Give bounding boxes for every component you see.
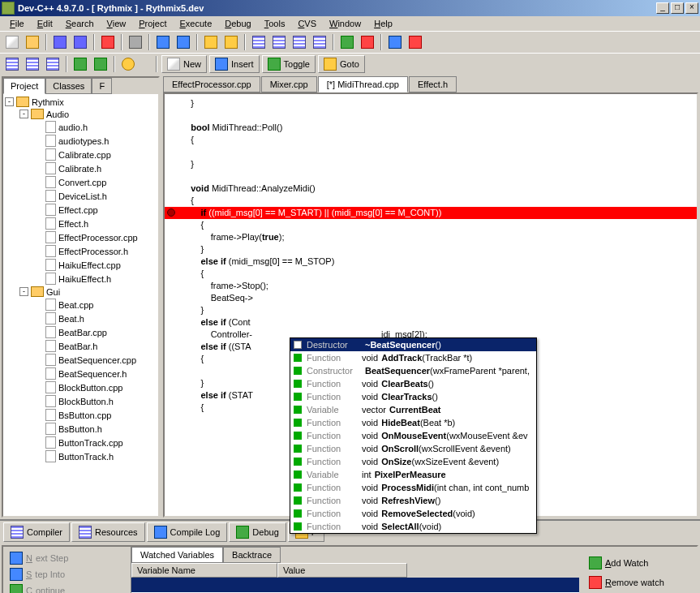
open-button[interactable] [24,33,41,51]
minimize-button[interactable]: _ [656,2,669,14]
code-line[interactable]: else if (Cont [165,316,697,329]
maximize-button[interactable]: □ [671,2,684,14]
editor-tab[interactable]: [*] MidiThread.cpp [318,76,408,92]
code-line[interactable]: { [165,268,697,280]
tree-folder[interactable]: -Gui [5,286,157,298]
tree-file[interactable]: HaikuEffect.h [5,272,157,286]
redo-button[interactable] [174,33,192,51]
replace-button[interactable] [222,33,240,51]
menu-search[interactable]: Search [59,17,101,30]
debug-continue[interactable]: Continue [6,582,127,593]
tree-file[interactable]: Effect.h [5,217,157,230]
autocomplete-item[interactable]: Functionvoid OnMouseEvent (wxMouseEvent … [290,429,536,442]
saveall-button[interactable] [71,33,89,51]
tree-file[interactable]: DeviceList.h [5,189,157,203]
compile-button[interactable] [250,33,268,51]
autocomplete-item[interactable]: Variablevector CurrentBeat [290,403,536,416]
bottom-tab-resources[interactable]: Resources [71,522,145,542]
tree-file[interactable]: BeatBar.cpp [5,325,157,339]
tree-file[interactable]: Effect.cpp [5,203,157,217]
menu-debug[interactable]: Debug [218,17,257,30]
menu-cvs[interactable]: CVS [291,17,323,30]
autocomplete-item[interactable]: Functionvoid OnSize (wxSizeEvent &event) [290,455,536,468]
tree-file[interactable]: BsButton.cpp [5,408,157,422]
goto-labeled-button[interactable]: Goto [318,55,365,73]
rebuild-button[interactable] [311,33,329,51]
menu-tools[interactable]: Tools [258,17,292,30]
autocomplete-item[interactable]: Functionvoid ClearBeats () [290,377,536,390]
help-button[interactable] [386,33,404,51]
compile-run-button[interactable] [290,33,308,51]
tree-file[interactable]: HaikuEffect.cpp [5,258,157,272]
sidebar-tab-f[interactable]: F [92,78,112,94]
debug-subtab[interactable]: Watched Variables [131,547,223,563]
autocomplete-item[interactable]: Functionvoid HideBeat (Beat *b) [290,416,536,429]
tb2-btn1[interactable] [3,55,21,73]
menu-help[interactable]: Help [367,17,399,30]
menu-view[interactable]: View [101,17,133,30]
bottom-tab-debug[interactable]: Debug [229,522,286,542]
save-button[interactable] [51,33,69,51]
debug-step-into[interactable]: Step Into [6,566,127,582]
profile-button[interactable] [359,33,376,51]
menu-window[interactable]: Window [323,17,367,30]
autocomplete-item[interactable]: Functionvoid OnScroll (wxScrollEvent &ev… [290,442,536,455]
tree-file[interactable]: BlockButton.h [5,394,157,408]
menu-project[interactable]: Project [132,17,173,30]
code-line[interactable]: frame->Stop(); [165,280,697,292]
tree-file[interactable]: BeatSequencer.h [5,367,157,380]
menu-execute[interactable]: Execute [174,17,219,30]
code-line[interactable]: } [165,304,697,316]
code-line[interactable]: void MidiThread::AnalyzeMidi() [165,183,697,195]
editor-tab[interactable]: EffectProcessor.cpp [163,76,260,92]
code-line[interactable]: } [165,158,697,170]
debug-next-step[interactable]: Next Step [6,550,127,566]
watch-button[interactable]: Add Watch [586,553,690,573]
tree-file[interactable]: BeatBar.h [5,339,157,353]
vars-column-header[interactable]: Value [277,563,407,578]
close-button[interactable]: × [685,2,698,14]
tb2-btn3[interactable] [44,55,62,73]
code-line[interactable]: BeatSeq-> [165,292,697,304]
autocomplete-item[interactable]: Functionvoid SelectAll (void) [290,520,536,533]
breakpoint-icon[interactable] [167,208,175,217]
tree-file[interactable]: BeatSequencer.cpp [5,353,157,367]
watch-button[interactable]: Remove watch [586,573,690,592]
code-line[interactable]: { [165,219,697,231]
tree-file[interactable]: BsButton.h [5,422,157,436]
new-button[interactable] [3,33,21,51]
debug-button[interactable] [338,33,356,51]
tree-root[interactable]: -Rythmix [5,96,157,108]
code-line[interactable]: } [165,97,697,110]
insert-labeled-button[interactable]: Insert [209,55,260,73]
close-file-button[interactable] [99,33,117,51]
tree-file[interactable]: BlockButton.cpp [5,380,157,394]
run-button[interactable] [270,33,288,51]
menu-edit[interactable]: Edit [31,17,59,30]
tree-file[interactable]: ButtonTrack.h [5,449,157,463]
autocomplete-item[interactable]: Functionvoid ClearTracks () [290,390,536,403]
tree-file[interactable]: Beat.h [5,312,157,325]
project-tree[interactable]: -Rythmix-Audioaudio.haudiotypes.hCalibra… [3,94,158,516]
bottom-tab-compiler[interactable]: Compiler [3,522,70,542]
variables-table[interactable]: Variable NameValue [131,563,579,593]
code-line[interactable]: } [165,243,697,256]
debug-subtab[interactable]: Backtrace [223,547,281,563]
tree-file[interactable]: audio.h [5,120,157,134]
undo-button[interactable] [154,33,172,51]
vars-column-header[interactable]: Variable Name [131,563,277,578]
toggle-labeled-button[interactable]: Toggle [262,55,316,73]
autocomplete-item[interactable]: Functionvoid RemoveSelected (void) [290,507,536,520]
tree-file[interactable]: EffectProcessor.cpp [5,230,157,244]
editor-tab[interactable]: Mixer.cpp [261,76,317,92]
autocomplete-item[interactable]: Functionvoid RefreshView () [290,494,536,507]
code-line[interactable]: if ((midi_msg[0] == M_START) || (midi_ms… [165,207,697,219]
autocomplete-item[interactable]: Destructor ~BeatSequencer () [290,338,536,351]
code-line[interactable]: frame->Play(true); [165,231,697,243]
autocomplete-popup[interactable]: Destructor ~BeatSequencer ()Functionvoid… [290,337,537,534]
code-line[interactable]: bool MidiThread::Poll() [165,122,697,134]
tree-file[interactable]: audiotypes.h [5,134,157,148]
new-labeled-button[interactable]: New [161,55,207,73]
tree-file[interactable]: Convert.cpp [5,175,157,189]
about-button[interactable] [406,33,424,51]
